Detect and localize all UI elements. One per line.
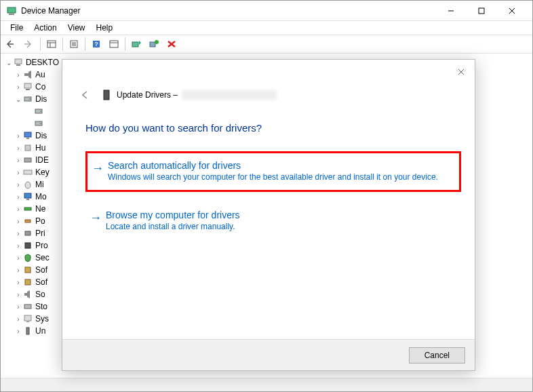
svg-rect-55 — [104, 90, 109, 100]
caret-icon: › — [14, 230, 22, 237]
update-drivers-dialog: Update Drivers – How do you want to sear… — [62, 59, 475, 371]
cancel-button[interactable]: Cancel — [409, 347, 465, 364]
caret-icon: › — [14, 242, 22, 250]
option1-title: Search automatically for drivers — [108, 160, 452, 171]
show-hide-tree-button[interactable] — [43, 36, 60, 52]
tree-item[interactable]: ›Key — [3, 166, 59, 178]
tree-item[interactable]: ›Sto — [3, 300, 59, 313]
option1-desc: Windows will search your computer for th… — [108, 172, 452, 183]
svg-rect-18 — [150, 42, 155, 47]
mouse-icon — [22, 179, 33, 190]
tree-item[interactable]: ›Po — [3, 215, 59, 227]
svg-rect-36 — [24, 158, 31, 162]
tree-item[interactable]: ›Un — [3, 325, 59, 337]
processor-icon — [22, 240, 33, 251]
disable-device-button[interactable] — [163, 36, 180, 52]
arrow-right-icon: → — [92, 160, 108, 183]
forward-button[interactable] — [21, 36, 37, 52]
svg-rect-34 — [26, 138, 29, 139]
caret-down-icon: ⌄ — [5, 59, 13, 66]
svg-rect-37 — [24, 170, 32, 174]
caret-icon: › — [14, 83, 22, 91]
statusbar — [1, 378, 532, 391]
option-search-automatically[interactable]: → Search automatically for drivers Windo… — [85, 151, 461, 192]
back-button[interactable] — [3, 36, 20, 52]
tree-item[interactable]: ›Sys — [3, 313, 59, 325]
storage-icon — [22, 301, 33, 312]
toolbar: ? — [1, 35, 532, 54]
tree-item-label: Dis — [35, 94, 47, 104]
svg-rect-0 — [7, 7, 16, 13]
monitor-icon — [22, 191, 33, 202]
device-icon — [102, 90, 113, 100]
svg-rect-26 — [26, 89, 30, 90]
arrow-right-icon: → — [90, 210, 106, 233]
option-browse-computer[interactable]: → Browse my computer for drivers Locate … — [85, 203, 461, 239]
tree-item[interactable]: ›Mi — [3, 178, 59, 191]
tree-item[interactable]: ›Mo — [3, 191, 59, 203]
svg-rect-49 — [24, 305, 31, 309]
svg-point-32 — [40, 123, 41, 124]
tree-item[interactable]: ›IDE — [3, 154, 59, 166]
redacted-device-name — [182, 90, 277, 100]
menu-action[interactable]: Action — [28, 22, 62, 34]
tree-item[interactable]: ›So — [3, 288, 59, 300]
tree-item[interactable]: ›Sof — [3, 276, 59, 288]
tree-root-label: DESKTO — [26, 58, 59, 67]
window-controls — [435, 1, 527, 20]
scan-hardware-button[interactable] — [106, 36, 122, 52]
tree-item[interactable]: ›Au — [3, 68, 59, 81]
tree-item[interactable]: ⌄Dis — [3, 93, 59, 105]
tree-item[interactable]: ›Pro — [3, 239, 59, 252]
properties-button[interactable] — [66, 36, 82, 52]
tree-item[interactable]: ›Pri — [3, 227, 59, 239]
window-title: Device Manager — [21, 6, 435, 16]
menu-file[interactable]: File — [5, 22, 28, 34]
tree-item-label: Sof — [35, 265, 47, 275]
tree-item[interactable]: ›Ne — [3, 203, 59, 215]
tree-item-label: Sys — [35, 314, 49, 324]
dialog-back-button[interactable] — [79, 87, 95, 103]
software-icon — [22, 277, 33, 288]
security-icon — [22, 252, 33, 263]
caret-icon: › — [14, 205, 22, 213]
tree-root[interactable]: ⌄ DESKTO — [3, 56, 59, 68]
dialog-close-button[interactable] — [454, 65, 468, 79]
svg-rect-47 — [25, 279, 31, 285]
tree-item[interactable]: ›Dis — [3, 130, 59, 142]
menubar: File Action View Help — [1, 21, 532, 35]
caret-icon: › — [14, 279, 22, 286]
tree-item-label: IDE — [35, 155, 49, 165]
tree-item[interactable]: ›Co — [3, 81, 59, 93]
network-icon — [22, 203, 33, 214]
tree-item[interactable]: ›Sof — [3, 264, 59, 276]
help-button[interactable]: ? — [88, 36, 104, 52]
tree-item[interactable] — [3, 105, 59, 117]
uninstall-device-button[interactable] — [146, 36, 162, 52]
tree-item-label: Sto — [35, 302, 47, 311]
toolbar-separator — [125, 37, 125, 51]
disk-icon — [33, 106, 44, 117]
menu-view[interactable]: View — [62, 22, 91, 34]
close-button[interactable] — [496, 1, 527, 20]
tree-item[interactable]: ›Sec — [3, 252, 59, 264]
tree-item-label: So — [35, 290, 45, 299]
tree-item-label: Po — [35, 216, 45, 226]
menu-help[interactable]: Help — [91, 22, 119, 34]
minimize-button[interactable] — [435, 1, 466, 20]
update-driver-button[interactable] — [128, 36, 144, 52]
display-icon — [22, 130, 33, 141]
svg-rect-24 — [24, 73, 28, 76]
svg-point-39 — [25, 182, 31, 189]
svg-rect-40 — [24, 193, 31, 198]
tree-item[interactable] — [3, 117, 59, 130]
maximize-button[interactable] — [466, 1, 496, 20]
software-icon — [22, 264, 33, 275]
dialog-footer: Cancel — [62, 339, 475, 370]
tree-item-label: Hu — [35, 143, 45, 153]
svg-text:?: ? — [94, 41, 98, 47]
tree-item[interactable]: ›Hu — [3, 142, 59, 154]
svg-rect-1 — [9, 14, 14, 15]
caret-icon: › — [14, 291, 22, 298]
device-tree[interactable]: ⌄ DESKTO ›Au›Co⌄Dis›Dis›Hu›IDE›Key›Mi›Mo… — [1, 54, 62, 378]
